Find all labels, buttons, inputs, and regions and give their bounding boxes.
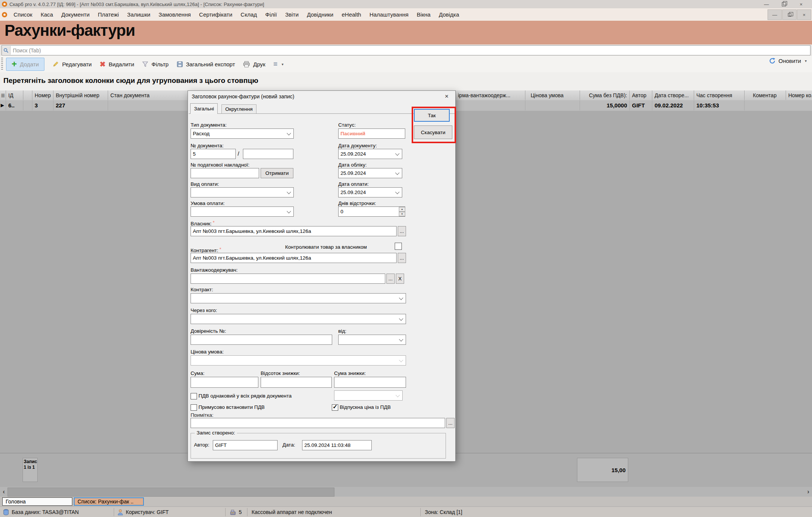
column-header-consignee-firm[interactable]: ірма-вантажоодерж... (456, 90, 525, 100)
menu-item-довідка[interactable]: Довідка (435, 11, 463, 18)
cell-date-created[interactable]: 09.02.2022 (652, 100, 694, 110)
spin-up-icon[interactable]: ▲ (399, 207, 405, 212)
menu-item-замовлення[interactable]: Замовлення (154, 11, 195, 18)
menu-item-документи[interactable]: Документи (57, 11, 94, 18)
menu-item-налаштування[interactable]: Налаштування (365, 11, 413, 18)
menu-item-звіти[interactable]: Звіти (281, 11, 303, 18)
doc-no-suffix-input[interactable] (243, 149, 293, 159)
menu-item-платежі[interactable]: Платежі (94, 11, 123, 18)
consignee-clear-button[interactable]: X (396, 274, 404, 284)
add-button[interactable]: + Додати (6, 58, 44, 71)
note-lookup-button[interactable]: ... (446, 418, 455, 428)
pay-cond-select[interactable] (191, 206, 294, 217)
menu-item-залишки[interactable]: Залишки (123, 11, 155, 18)
menu-item-вікна[interactable]: Вікна (413, 11, 435, 18)
column-header-number[interactable]: Номер (32, 90, 53, 100)
minimize-button[interactable]: — (758, 0, 775, 8)
scroll-left-icon[interactable]: ‹ (0, 487, 8, 497)
group-by-bar[interactable]: Перетягніть заголовок колонки сюди для у… (0, 72, 812, 91)
control-owner-checkbox[interactable] (395, 243, 402, 250)
consignee-input[interactable] (191, 274, 385, 284)
cell-number[interactable]: 3 (32, 100, 53, 110)
menu-item-довідники[interactable]: Довідники (303, 11, 337, 18)
consignee-lookup-button[interactable]: ... (386, 274, 395, 284)
search-input[interactable]: Поиск (Tab) (2, 45, 810, 55)
pay-date-select[interactable]: 25.09.2024 (338, 187, 402, 197)
column-header-id[interactable]: ІД (6, 90, 23, 100)
doc-no-input[interactable]: 5 (191, 149, 236, 159)
column-header-doc-state[interactable]: Стан документа (108, 90, 190, 100)
menu-item-каса[interactable]: Каса (37, 11, 57, 18)
mdi-restore-button[interactable] (782, 9, 797, 20)
toolbar-grip[interactable] (1, 58, 3, 70)
cell-price-condition[interactable] (525, 100, 580, 110)
contragent-input[interactable]: Апт №003 пгт.Барышевка, ул.Киевский шлях… (191, 253, 397, 263)
owner-input[interactable]: Апт №003 пгт.Барышевка, ул.Киевский шлях… (191, 226, 397, 236)
dialog-tab-rounding[interactable]: Округлення (221, 104, 256, 113)
horizontal-scrollbar[interactable]: ‹ › (0, 487, 812, 497)
column-header-price-condition[interactable]: Цінова умова (525, 90, 580, 100)
contract-select[interactable] (191, 293, 406, 303)
discount-pct-input[interactable] (261, 377, 332, 388)
acc-date-select[interactable]: 25.09.2024 (338, 168, 402, 178)
column-header-internal-number[interactable]: Внутрішній номер (53, 90, 108, 100)
print-button[interactable]: Друк (243, 61, 265, 67)
cell-internal-number[interactable]: 227 (53, 100, 108, 110)
owner-lookup-button[interactable]: ... (398, 226, 406, 236)
edit-button[interactable]: Редагувати (52, 61, 92, 67)
menu-item-склад[interactable]: Склад (237, 11, 261, 18)
doc-date-select[interactable]: 25.09.2024 (338, 149, 402, 159)
vat-same-checkbox[interactable] (191, 393, 197, 399)
scrollbar-thumb[interactable] (8, 488, 334, 497)
menu-item-філії[interactable]: Філії (261, 11, 281, 18)
layout-menu-button[interactable]: ≡ ▾ (273, 60, 284, 68)
column-header-number-k[interactable]: Номер ко... (786, 90, 812, 100)
restore-button[interactable] (775, 0, 792, 8)
cell-sum-no-vat[interactable]: 15,0000 (580, 100, 630, 110)
refresh-dropdown-icon[interactable]: ▾ (805, 59, 807, 63)
cell-time-created[interactable]: 10:35:53 (694, 100, 745, 110)
vat-price-checkbox[interactable]: ✓ (332, 404, 338, 411)
filter-button[interactable]: Фільтр (142, 61, 168, 67)
note-input[interactable] (191, 418, 445, 428)
column-header-date-created[interactable]: Дата створе... (652, 90, 694, 100)
menu-item-ehealth[interactable]: eHealth (337, 11, 365, 18)
column-header-time-created[interactable]: Час створення (694, 90, 745, 100)
scroll-right-icon[interactable]: › (804, 487, 812, 497)
column-header-sum-no-vat[interactable]: Сума без ПДВ): (580, 90, 630, 100)
spin-down-icon[interactable]: ▼ (399, 212, 405, 217)
price-cond-select[interactable] (191, 355, 406, 366)
doc-type-select[interactable]: Расход (191, 128, 294, 139)
cell-consignee-firm[interactable] (456, 100, 525, 110)
refresh-button[interactable]: Оновити ▾ (769, 57, 807, 64)
cell-doc-state[interactable] (108, 100, 190, 110)
cell-blank[interactable] (23, 100, 32, 110)
dialog-tab-general[interactable]: Загальні (190, 103, 218, 114)
proxy-input[interactable] (191, 335, 332, 345)
dialog-close-icon[interactable]: × (442, 92, 452, 101)
column-header-blank[interactable] (23, 90, 32, 100)
menu-item-сертифікати[interactable]: Сертифікати (195, 11, 237, 18)
pay-kind-select[interactable] (191, 187, 294, 197)
column-header-comment[interactable]: Коментар (745, 90, 786, 100)
delay-stepper[interactable]: 0 (338, 206, 405, 217)
cell-author[interactable]: GIFT (630, 100, 652, 110)
sum-input[interactable] (191, 377, 258, 388)
discount-sum-input[interactable] (334, 377, 406, 388)
contragent-lookup-button[interactable]: ... (398, 253, 406, 263)
mdi-close-button[interactable]: × (797, 9, 811, 20)
get-button[interactable]: Отримати (261, 168, 293, 178)
close-button[interactable]: × (792, 0, 810, 8)
mdi-minimize-button[interactable]: — (768, 9, 782, 20)
vat-force-checkbox[interactable] (191, 404, 197, 411)
cell-id[interactable]: 6.. (6, 100, 23, 110)
tab-home[interactable]: Головна (2, 497, 72, 506)
tab-invoice-list[interactable]: Список: Рахунки-фак .. (74, 497, 144, 506)
vat-rate-select[interactable] (334, 390, 403, 401)
export-button[interactable]: Загальний експорт (177, 61, 235, 67)
via-select[interactable] (191, 314, 406, 324)
proxy-date-select[interactable] (338, 335, 406, 345)
menu-item-список[interactable]: Список (9, 11, 37, 18)
column-header-author[interactable]: Автор (630, 90, 652, 100)
tax-invoice-input[interactable] (191, 168, 259, 178)
